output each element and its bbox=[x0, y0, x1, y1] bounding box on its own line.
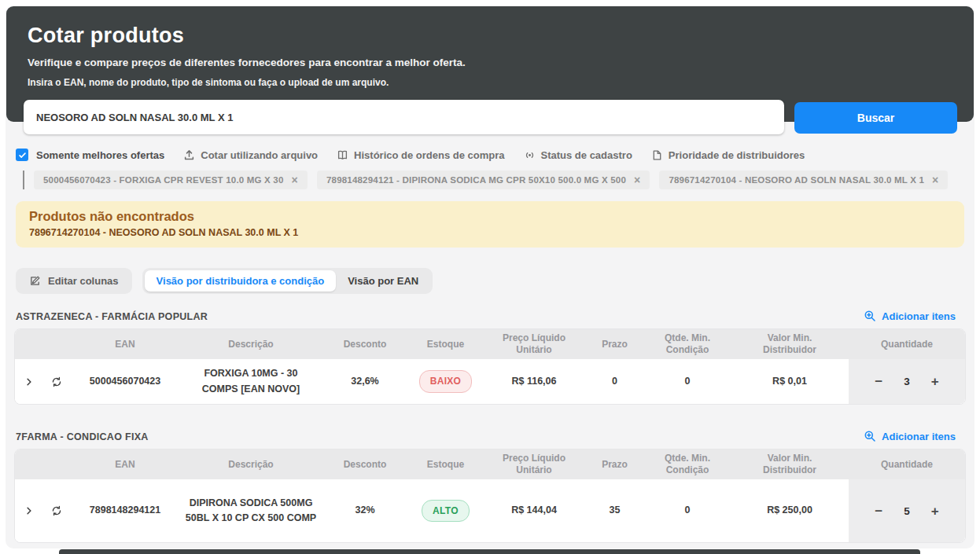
quantity-stepper: − 3 + bbox=[849, 359, 965, 404]
min-qty-condition-cell: 0 bbox=[644, 503, 731, 518]
discount-cell: 32% bbox=[322, 503, 408, 518]
col-term: Prazo bbox=[585, 459, 644, 471]
product-chip: 7898148294121 - DIPIRONA SODICA MG CPR 5… bbox=[317, 171, 650, 189]
col-min-qty-condition: Qtde. Min. Condição bbox=[644, 332, 731, 356]
stock-badge-low: BAIXO bbox=[419, 370, 473, 393]
purchase-orders-history-link[interactable]: Histórico de ordens de compra bbox=[337, 149, 504, 161]
tab-distributor-condition-view[interactable]: Visão por distribuidora e condição bbox=[145, 270, 337, 292]
quantity-decrease-button[interactable]: − bbox=[875, 504, 882, 518]
ean-cell: 7898148294121 bbox=[70, 503, 180, 518]
products-not-found-alert: Produtos não encontrados 7896714270104 -… bbox=[16, 201, 964, 248]
expand-row-button[interactable] bbox=[15, 377, 42, 387]
discount-cell: 32,6% bbox=[322, 374, 408, 389]
chip-close-icon[interactable]: × bbox=[292, 174, 298, 185]
term-cell: 35 bbox=[585, 503, 644, 518]
upload-icon bbox=[183, 149, 195, 161]
min-distributor-value-cell: R$ 250,00 bbox=[731, 503, 849, 518]
table-header-row: EAN Descrição Desconto Estoque Preço Líq… bbox=[15, 449, 965, 479]
col-description: Descrição bbox=[180, 459, 322, 471]
distributor-title: ASTRAZENECA - FARMÁCIA POPULAR bbox=[16, 311, 208, 322]
checkbox-checked-icon bbox=[16, 149, 28, 161]
quote-header-panel: Cotar produtos Verifique e compare preço… bbox=[6, 6, 974, 122]
table-row: 7898148294121 DIPIRONA SODICA 500MG 50BL… bbox=[15, 479, 965, 542]
add-items-link[interactable]: Adicionar itens bbox=[864, 310, 956, 322]
quantity-decrease-button[interactable]: − bbox=[875, 375, 882, 388]
col-stock: Estoque bbox=[408, 339, 483, 350]
registration-status-link[interactable]: Status de cadastro bbox=[524, 149, 632, 161]
alert-title: Produtos não encontrados bbox=[29, 209, 951, 224]
product-chip: 5000456070423 - FORXIGA CPR REVEST 10.0 … bbox=[34, 171, 308, 189]
search-input[interactable] bbox=[24, 100, 784, 134]
col-term: Prazo bbox=[585, 339, 644, 350]
registration-status-label: Status de cadastro bbox=[541, 149, 632, 161]
add-items-link[interactable]: Adicionar itens bbox=[864, 430, 956, 442]
quotes-table-7farma: EAN Descrição Desconto Estoque Preço Líq… bbox=[14, 449, 966, 543]
chip-close-icon[interactable]: × bbox=[932, 174, 938, 185]
zoom-plus-icon bbox=[864, 310, 876, 322]
chevron-right-icon bbox=[24, 506, 34, 515]
toolbar: Somente melhores ofertas Cotar utilizand… bbox=[16, 148, 974, 162]
min-qty-condition-cell: 0 bbox=[644, 374, 731, 389]
quantity-increase-button[interactable]: + bbox=[931, 375, 939, 388]
quantity-value: 5 bbox=[904, 505, 910, 517]
page: Cotar produtos Verifique e compare preço… bbox=[6, 6, 974, 548]
edit-pencil-icon bbox=[29, 275, 41, 287]
stock-cell: ALTO bbox=[408, 500, 483, 523]
chips-divider bbox=[23, 171, 24, 189]
refresh-row-button[interactable] bbox=[42, 505, 70, 516]
view-tabs: Visão por distribuidora e condição Visão… bbox=[142, 268, 433, 294]
distributor-priority-link[interactable]: Prioridade de distribuidores bbox=[651, 149, 805, 161]
edit-columns-label: Editar colunas bbox=[48, 275, 119, 287]
table-row: 5000456070423 FORXIGA 10MG - 30 COMPS [E… bbox=[15, 359, 965, 404]
section-header-7farma: 7FARMA - CONDICAO FIXA Adicionar itens bbox=[16, 430, 964, 442]
expand-row-button[interactable] bbox=[15, 506, 42, 515]
ean-cell: 5000456070423 bbox=[70, 374, 180, 389]
refresh-icon bbox=[51, 376, 62, 387]
chevron-right-icon bbox=[24, 377, 34, 387]
document-icon bbox=[651, 149, 663, 161]
col-ean: EAN bbox=[70, 339, 180, 350]
unit-net-price-cell: R$ 144,04 bbox=[483, 503, 585, 518]
add-items-label: Adicionar itens bbox=[882, 310, 956, 322]
signal-icon bbox=[524, 149, 536, 161]
page-title: Cotar produtos bbox=[28, 24, 974, 48]
description-cell: FORXIGA 10MG - 30 COMPS [EAN NOVO] bbox=[180, 366, 322, 397]
product-chip-label: 5000456070423 - FORXIGA CPR REVEST 10.0 … bbox=[43, 175, 284, 185]
next-section-edge bbox=[59, 549, 920, 554]
product-chip-label: 7896714270104 - NEOSORO AD SOLN NASAL 30… bbox=[669, 175, 924, 185]
col-unit-net-price: Preço Líquido Unitário bbox=[483, 332, 585, 356]
best-offers-label: Somente melhores ofertas bbox=[36, 149, 164, 161]
product-chip: 7896714270104 - NEOSORO AD SOLN NASAL 30… bbox=[659, 171, 948, 189]
col-description: Descrição bbox=[180, 339, 322, 350]
col-quantity: Quantidade bbox=[849, 339, 965, 350]
min-distributor-value-cell: R$ 0,01 bbox=[731, 374, 849, 389]
col-ean: EAN bbox=[70, 459, 180, 471]
product-chip-label: 7898148294121 - DIPIRONA SODICA MG CPR 5… bbox=[326, 175, 626, 185]
quantity-stepper: − 5 + bbox=[849, 479, 965, 542]
col-min-distributor-value: Valor Min. Distribuidor bbox=[731, 332, 849, 356]
stock-cell: BAIXO bbox=[408, 370, 483, 393]
tab-ean-view[interactable]: Visão por EAN bbox=[336, 270, 430, 292]
edit-columns-button[interactable]: Editar colunas bbox=[16, 268, 132, 294]
quantity-increase-button[interactable]: + bbox=[931, 504, 939, 518]
view-controls: Editar colunas Visão por distribuidora e… bbox=[16, 268, 964, 294]
purchase-orders-history-label: Histórico de ordens de compra bbox=[354, 149, 504, 161]
chip-close-icon[interactable]: × bbox=[634, 174, 640, 185]
quote-by-file-link[interactable]: Cotar utilizando arquivo bbox=[183, 149, 318, 161]
term-cell: 0 bbox=[585, 374, 644, 389]
stock-badge-high: ALTO bbox=[422, 500, 470, 523]
table-header-row: EAN Descrição Desconto Estoque Preço Líq… bbox=[15, 329, 965, 359]
book-icon bbox=[337, 149, 348, 161]
alert-detail: 7896714270104 - NEOSORO AD SOLN NASAL 30… bbox=[29, 227, 951, 238]
distributor-title: 7FARMA - CONDICAO FIXA bbox=[16, 431, 149, 442]
col-discount: Desconto bbox=[322, 459, 408, 471]
refresh-row-button[interactable] bbox=[42, 376, 70, 387]
search-button[interactable]: Buscar bbox=[794, 102, 957, 134]
page-subtitle: Verifique e compare preços de diferentes… bbox=[28, 57, 974, 68]
quotes-table-astrazeneca: EAN Descrição Desconto Estoque Preço Líq… bbox=[14, 328, 966, 405]
col-unit-net-price: Preço Líquido Unitário bbox=[483, 453, 585, 476]
refresh-icon bbox=[51, 505, 62, 516]
distributor-priority-label: Prioridade de distribuidores bbox=[669, 149, 805, 161]
best-offers-checkbox[interactable]: Somente melhores ofertas bbox=[16, 149, 164, 161]
col-discount: Desconto bbox=[322, 339, 408, 350]
